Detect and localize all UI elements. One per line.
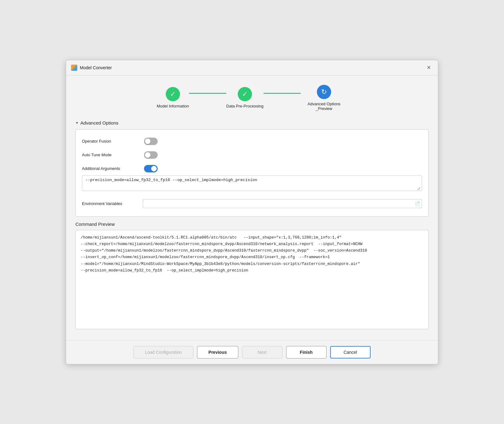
step-data-pre: ✓ Data Pre-Processing xyxy=(226,87,263,108)
footer: Load Configuration Previous Next Finish … xyxy=(66,340,438,364)
collapse-icon[interactable]: ▼ xyxy=(75,121,79,125)
title-bar-left: Model Converter xyxy=(71,65,112,71)
operator-fusion-label: Operator Fusion xyxy=(82,139,138,144)
step-model-info: ✓ Model Information xyxy=(157,87,189,108)
auto-tune-toggle[interactable] xyxy=(144,151,158,159)
expand-icon[interactable]: ⤢ xyxy=(417,186,421,191)
step-advanced: ↻ Advanced Options _Preview xyxy=(301,85,347,111)
operator-fusion-toggle[interactable] xyxy=(144,138,158,145)
additional-args-input-wrapper: ⤢ xyxy=(82,176,422,192)
auto-tune-row: Auto Tune Mode xyxy=(82,148,422,162)
load-config-button[interactable]: Load Configuration xyxy=(133,346,193,358)
advanced-options-panel: Operator Fusion Auto Tune Mode Additiona… xyxy=(75,129,429,217)
additional-args-label: Additional Arguments xyxy=(82,166,138,171)
additional-args-knob xyxy=(151,166,157,171)
operator-fusion-knob xyxy=(145,139,151,144)
title-bar: Model Converter ✕ xyxy=(66,60,438,75)
step-1-circle: ✓ xyxy=(166,87,180,101)
command-preview-box: /home/mijianxun1/Ascend/ascend-toolkit/5… xyxy=(75,230,429,329)
window-title: Model Converter xyxy=(80,65,112,70)
additional-args-row: Additional Arguments xyxy=(82,162,422,176)
step-2-circle: ✓ xyxy=(238,87,252,101)
advanced-options-heading: ▼ Advanced Options xyxy=(75,120,429,125)
step-3-circle: ↻ xyxy=(317,85,331,99)
finish-button[interactable]: Finish xyxy=(286,346,326,358)
command-preview-title: Command Preview xyxy=(75,221,429,227)
cancel-button[interactable]: Cancel xyxy=(330,346,371,358)
app-icon xyxy=(71,65,77,71)
env-vars-input[interactable] xyxy=(143,199,422,208)
main-window: Model Converter ✕ ✓ Model Information ✓ … xyxy=(66,60,438,364)
env-doc-icon[interactable]: 📄 xyxy=(415,201,420,206)
auto-tune-label: Auto Tune Mode xyxy=(82,153,138,157)
step-2-label: Data Pre-Processing xyxy=(226,104,263,108)
env-vars-row: Environment Variables 📄 xyxy=(82,196,422,211)
step-3-label: Advanced Options _Preview xyxy=(301,102,347,111)
connector-2 xyxy=(263,93,301,94)
additional-args-toggle[interactable] xyxy=(144,165,158,172)
close-button[interactable]: ✕ xyxy=(424,63,433,72)
connector-1 xyxy=(189,93,226,94)
advanced-options-title: Advanced Options xyxy=(80,120,119,125)
additional-args-input[interactable] xyxy=(82,176,422,191)
step-1-label: Model Information xyxy=(157,104,189,108)
auto-tune-knob xyxy=(145,152,151,158)
env-vars-label: Environment Variables xyxy=(82,201,138,206)
stepper: ✓ Model Information ✓ Data Pre-Processin… xyxy=(66,75,438,117)
next-button[interactable]: Next xyxy=(242,346,282,358)
operator-fusion-row: Operator Fusion xyxy=(82,134,422,148)
content-area: ▼ Advanced Options Operator Fusion Auto … xyxy=(66,117,438,340)
previous-button[interactable]: Previous xyxy=(197,346,238,358)
env-vars-input-wrapper: 📄 xyxy=(143,199,422,208)
